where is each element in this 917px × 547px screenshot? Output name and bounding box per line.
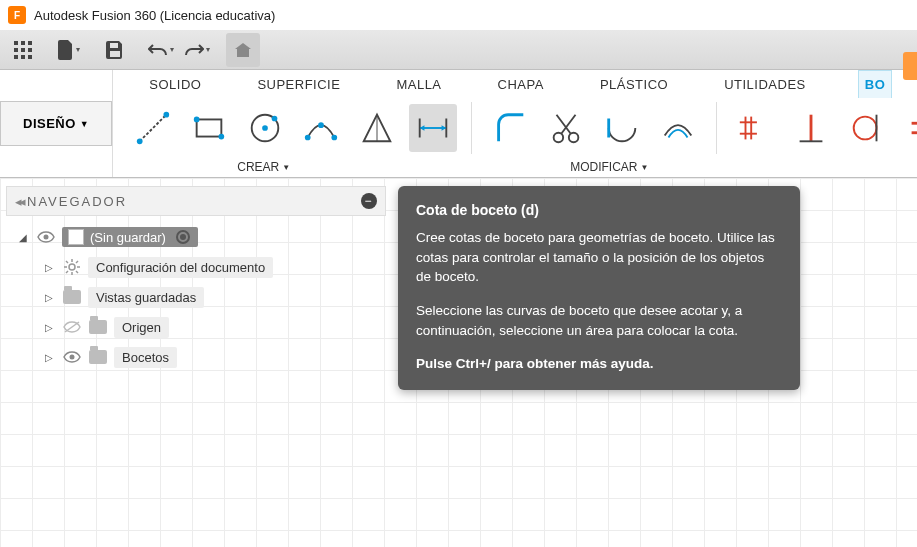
tab-boceto[interactable]: BO bbox=[858, 70, 893, 98]
tooltip-body-1: Cree cotas de boceto para geometrías de … bbox=[416, 228, 782, 287]
visibility-hidden-icon[interactable] bbox=[62, 317, 82, 337]
folder-icon bbox=[62, 287, 82, 307]
svg-point-10 bbox=[137, 138, 143, 144]
workspace-selector-area: DISEÑO ▼ bbox=[0, 70, 113, 177]
component-icon bbox=[68, 229, 84, 245]
quick-access-toolbar: ▾ ▾ ▾ bbox=[0, 30, 917, 70]
ribbon-tabs: SOLIDO SUPERFICIE MALLA CHAPA PLÁSTICO U… bbox=[113, 70, 917, 98]
svg-rect-1 bbox=[21, 41, 25, 45]
tree-origin-row[interactable]: ▷ Origen bbox=[42, 312, 382, 342]
svg-point-14 bbox=[219, 133, 225, 139]
constraint-horizontal-tool[interactable] bbox=[787, 104, 835, 152]
svg-rect-8 bbox=[28, 55, 32, 59]
active-radio-icon[interactable] bbox=[176, 230, 190, 244]
extend-tool[interactable] bbox=[598, 104, 646, 152]
save-button[interactable] bbox=[98, 33, 132, 67]
tab-malla[interactable]: MALLA bbox=[392, 71, 445, 98]
group-crear-label: CREAR bbox=[237, 160, 279, 174]
ribbon-content: SOLIDO SUPERFICIE MALLA CHAPA PLÁSTICO U… bbox=[113, 70, 917, 177]
svg-point-18 bbox=[305, 134, 311, 140]
svg-rect-3 bbox=[14, 48, 18, 52]
expand-toggle-icon[interactable]: ◢ bbox=[16, 232, 30, 243]
ribbon-tools bbox=[113, 98, 917, 157]
caret-down-icon: ▾ bbox=[170, 45, 174, 54]
svg-rect-4 bbox=[21, 48, 25, 52]
constraint-equal-tool[interactable] bbox=[899, 104, 917, 152]
expand-toggle-icon[interactable]: ▷ bbox=[42, 322, 56, 333]
svg-point-20 bbox=[318, 122, 324, 128]
arc-tool[interactable] bbox=[297, 104, 345, 152]
tab-plastico[interactable]: PLÁSTICO bbox=[596, 71, 672, 98]
collapse-arrows-icon[interactable]: ◂◂ bbox=[15, 194, 23, 209]
svg-point-19 bbox=[332, 134, 338, 140]
expand-toggle-icon[interactable]: ▷ bbox=[42, 352, 56, 363]
polygon-tool[interactable] bbox=[353, 104, 401, 152]
titlebar: F Autodesk Fusion 360 (Licencia educativ… bbox=[0, 0, 917, 30]
svg-point-38 bbox=[854, 116, 877, 139]
visibility-icon[interactable] bbox=[36, 227, 56, 247]
svg-point-13 bbox=[194, 116, 200, 122]
expand-toggle-icon[interactable]: ▷ bbox=[42, 292, 56, 303]
trim-tool[interactable] bbox=[542, 104, 590, 152]
separator bbox=[471, 102, 472, 154]
grid-apps-button[interactable] bbox=[6, 33, 40, 67]
svg-point-16 bbox=[262, 125, 268, 131]
line-tool[interactable] bbox=[129, 104, 177, 152]
sketch-dimension-tool[interactable] bbox=[409, 104, 457, 152]
svg-rect-5 bbox=[28, 48, 32, 52]
redo-button[interactable]: ▾ bbox=[180, 33, 214, 67]
caret-down-icon: ▼ bbox=[80, 119, 89, 129]
constraint-coincident-tool[interactable] bbox=[731, 104, 779, 152]
svg-line-49 bbox=[76, 271, 78, 273]
tree-saved-views-row[interactable]: ▷ Vistas guardadas bbox=[42, 282, 382, 312]
tooltip: Cota de boceto (d) Cree cotas de boceto … bbox=[398, 186, 800, 390]
svg-line-51 bbox=[76, 261, 78, 263]
svg-rect-0 bbox=[14, 41, 18, 45]
svg-point-43 bbox=[69, 264, 75, 270]
rectangle-tool[interactable] bbox=[185, 104, 233, 152]
expand-toggle-icon[interactable]: ▷ bbox=[42, 262, 56, 273]
tree-sketches-row[interactable]: ▷ Bocetos bbox=[42, 342, 382, 372]
visibility-icon[interactable] bbox=[62, 347, 82, 367]
gear-icon[interactable] bbox=[62, 257, 82, 277]
browser-header[interactable]: ◂◂ NAVEGADOR − bbox=[6, 186, 386, 216]
svg-rect-7 bbox=[21, 55, 25, 59]
caret-down-icon: ▾ bbox=[206, 45, 210, 54]
tooltip-help-hint: Pulse Ctrl+/ para obtener más ayuda. bbox=[416, 354, 782, 374]
tab-chapa[interactable]: CHAPA bbox=[494, 71, 548, 98]
file-menu-button[interactable]: ▾ bbox=[52, 33, 86, 67]
offset-tool[interactable] bbox=[654, 104, 702, 152]
app-icon: F bbox=[8, 6, 26, 24]
svg-point-11 bbox=[164, 111, 170, 117]
caret-down-icon: ▼ bbox=[282, 163, 290, 172]
minimize-panel-icon[interactable]: − bbox=[361, 193, 377, 209]
tree-root-row[interactable]: ◢ (Sin guardar) bbox=[16, 222, 382, 252]
svg-point-53 bbox=[70, 355, 75, 360]
svg-point-27 bbox=[554, 132, 564, 142]
viewcube-edge[interactable] bbox=[903, 52, 917, 80]
svg-line-48 bbox=[66, 261, 68, 263]
tab-solido[interactable]: SOLIDO bbox=[145, 71, 205, 98]
svg-line-9 bbox=[140, 114, 167, 141]
svg-rect-6 bbox=[14, 55, 18, 59]
root-component-chip[interactable]: (Sin guardar) bbox=[62, 227, 198, 247]
circle-tool[interactable] bbox=[241, 104, 289, 152]
workspace-button[interactable]: DISEÑO ▼ bbox=[0, 101, 112, 146]
tooltip-body-2: Seleccione las curvas de boceto que dese… bbox=[416, 301, 782, 340]
tab-superficie[interactable]: SUPERFICIE bbox=[253, 71, 344, 98]
tree-doc-settings-row[interactable]: ▷ Configuración del documento bbox=[42, 252, 382, 282]
folder-icon bbox=[88, 317, 108, 337]
workspace-label: DISEÑO bbox=[23, 116, 76, 131]
origin-label: Origen bbox=[114, 317, 169, 338]
svg-point-42 bbox=[44, 235, 49, 240]
undo-button[interactable]: ▾ bbox=[144, 33, 178, 67]
constraint-tangent-tool[interactable] bbox=[843, 104, 891, 152]
doc-settings-label: Configuración del documento bbox=[88, 257, 273, 278]
group-crear-dropdown[interactable]: CREAR▼ bbox=[237, 160, 290, 174]
home-button[interactable] bbox=[226, 33, 260, 67]
tab-utilidades[interactable]: UTILIDADES bbox=[720, 71, 810, 98]
fillet-tool[interactable] bbox=[486, 104, 534, 152]
folder-icon bbox=[88, 347, 108, 367]
window-title: Autodesk Fusion 360 (Licencia educativa) bbox=[34, 8, 275, 23]
group-modificar-dropdown[interactable]: MODIFICAR▼ bbox=[570, 160, 648, 174]
